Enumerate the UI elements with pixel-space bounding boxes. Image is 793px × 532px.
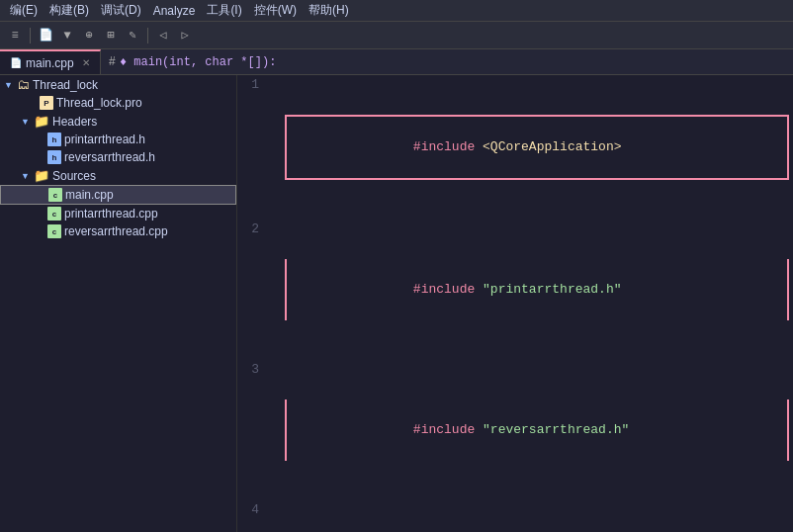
toolbar-link-icon[interactable]: ⊕ (80, 27, 98, 44)
line-num-2: 2 (237, 220, 267, 360)
cpp2-label: reversarrthread.cpp (64, 224, 168, 238)
sidebar-sources-folder[interactable]: ▼ 📁 Sources (0, 166, 236, 185)
cpp1-label: printarrthread.cpp (64, 207, 158, 221)
sources-folder-icon: 📁 (34, 168, 49, 183)
headers-arrow-icon: ▼ (21, 117, 31, 127)
toolbar-back-icon[interactable]: ◁ (154, 27, 172, 44)
root-arrow-icon: ▼ (4, 80, 14, 90)
menu-tools[interactable]: 工具(I) (201, 0, 247, 21)
menu-help[interactable]: 帮助(H) (303, 0, 355, 21)
sidebar-item-reversarrthread-cpp[interactable]: c reversarrthread.cpp (0, 222, 236, 240)
main-file-icon: c (48, 188, 62, 202)
tab-hash: # (109, 55, 116, 69)
line-content-2[interactable]: #include "printarrthread.h" (281, 220, 793, 360)
toolbar-menu-icon[interactable]: ≡ (6, 27, 24, 44)
fold-2 (267, 220, 281, 360)
code-table: 1 #include <QCoreApplication> 2 (237, 75, 793, 532)
code-pp: #include (413, 139, 475, 154)
toolbar: ≡ 📄 ▼ ⊕ ⊞ ✎ ◁ ▷ (0, 22, 793, 49)
code-pp: #include (413, 282, 475, 297)
toolbar-filter-icon[interactable]: ▼ (58, 27, 76, 44)
code-str: "reversarrthread.h" (483, 422, 629, 437)
tab-label: main.cpp (26, 56, 74, 70)
sidebar-headers-folder[interactable]: ▼ 📁 Headers (0, 112, 236, 131)
menu-analyze[interactable]: Analyze (147, 2, 202, 20)
sidebar-root[interactable]: ▼ 🗂 Thread_lock (0, 75, 236, 94)
fold-1 (267, 75, 281, 220)
table-row: 3 #include "reversarrthread.h" (237, 360, 793, 500)
sources-arrow-icon: ▼ (21, 171, 31, 181)
fold-3 (267, 360, 281, 500)
menu-build[interactable]: 构建(B) (44, 0, 95, 21)
line-num-1: 1 (237, 75, 267, 220)
sidebar-item-reversarrthread-h[interactable]: h reversarrthread.h (0, 148, 236, 166)
table-row: 2 #include "printarrthread.h" (237, 220, 793, 360)
table-row: 1 #include <QCoreApplication> (237, 75, 793, 220)
h1-label: printarrthread.h (64, 133, 145, 146)
toolbar-new-icon[interactable]: 📄 (37, 27, 54, 44)
toolbar-grid-icon[interactable]: ⊞ (102, 27, 120, 44)
sidebar: ▼ 🗂 Thread_lock P Thread_lock.pro ▼ 📁 He… (0, 75, 237, 532)
table-row: 4 #include <QMutex> (237, 500, 793, 532)
toolbar-edit-icon[interactable]: ✎ (124, 27, 141, 44)
toolbar-forward-icon[interactable]: ▷ (176, 27, 194, 44)
line-content-1[interactable]: #include <QCoreApplication> (281, 75, 793, 220)
main-label: main.cpp (65, 188, 114, 202)
tab-function-label: ♦ main(int, char *[]): (120, 55, 276, 69)
line-content-4[interactable]: #include <QMutex> (281, 500, 793, 532)
root-label: Thread_lock (33, 78, 98, 92)
pro-label: Thread_lock.pro (56, 96, 142, 110)
menu-edit[interactable]: 编(E) (4, 0, 44, 21)
h1-file-icon: h (47, 133, 61, 146)
menubar: 编(E) 构建(B) 调试(D) Analyze 工具(I) 控件(W) 帮助(… (0, 0, 793, 22)
folder-icon: 🗂 (17, 77, 30, 92)
tabbar: 📄 main.cpp ✕ # ♦ main(int, char *[]): (0, 49, 793, 75)
pro-file-icon: P (40, 96, 53, 110)
sidebar-item-printarrthread-cpp[interactable]: c printarrthread.cpp (0, 205, 236, 222)
cpp1-file-icon: c (47, 207, 61, 221)
fold-4 (267, 500, 281, 532)
sources-label: Sources (52, 169, 96, 183)
sidebar-item-pro[interactable]: P Thread_lock.pro (0, 94, 236, 112)
h2-file-icon: h (47, 150, 61, 164)
toolbar-sep-1 (30, 28, 31, 44)
menu-controls[interactable]: 控件(W) (248, 0, 303, 21)
headers-label: Headers (52, 115, 97, 129)
code-wrapper: 1 #include <QCoreApplication> 2 (237, 75, 793, 532)
toolbar-sep-2 (147, 28, 148, 44)
tab-file-icon: 📄 (10, 57, 22, 68)
code-pp: #include (413, 422, 475, 437)
tab-main-cpp[interactable]: 📄 main.cpp ✕ (0, 49, 101, 74)
code-str: "printarrthread.h" (483, 282, 621, 297)
h2-label: reversarrthread.h (64, 150, 155, 164)
cpp2-file-icon: c (47, 224, 61, 238)
headers-folder-icon: 📁 (34, 114, 49, 129)
code-editor[interactable]: 1 #include <QCoreApplication> 2 (237, 75, 793, 532)
tab-close-button[interactable]: ✕ (82, 57, 90, 68)
line-num-4: 4 (237, 500, 267, 532)
sidebar-item-printarrthread-h[interactable]: h printarrthread.h (0, 131, 236, 148)
menu-debug[interactable]: 调试(D) (95, 0, 147, 21)
sidebar-item-main-cpp[interactable]: c main.cpp (0, 185, 236, 205)
line-num-3: 3 (237, 360, 267, 500)
main-layout: ▼ 🗂 Thread_lock P Thread_lock.pro ▼ 📁 He… (0, 75, 793, 532)
code-cls: <QCoreApplication> (483, 139, 621, 154)
line-content-3[interactable]: #include "reversarrthread.h" (281, 360, 793, 500)
